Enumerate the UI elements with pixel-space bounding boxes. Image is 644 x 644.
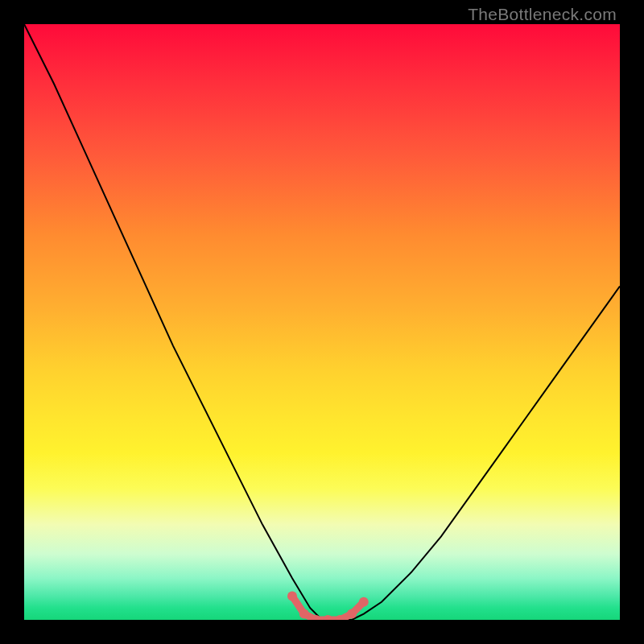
bottleneck-curve-path — [24, 24, 620, 620]
trough-marker-line — [292, 596, 364, 620]
trough-marker-dot — [312, 615, 321, 620]
watermark-text: TheBottleneck.com — [468, 5, 617, 24]
chart-frame: TheBottleneck.com — [0, 0, 644, 644]
trough-marker-group — [287, 591, 369, 620]
plot-area — [24, 24, 620, 620]
trough-marker-dot — [323, 615, 332, 620]
trough-marker-dot — [347, 609, 357, 619]
bottleneck-curve-svg — [24, 24, 620, 620]
trough-marker-dot — [287, 591, 297, 601]
trough-marker-dot — [359, 597, 369, 607]
trough-marker-dot — [299, 609, 309, 619]
trough-marker-dot — [335, 615, 345, 620]
